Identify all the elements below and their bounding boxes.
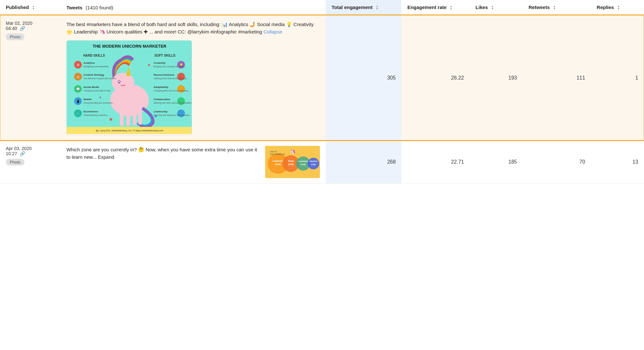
row1-retweets-value: 111 — [577, 75, 585, 80]
col-header-replies[interactable]: Replies — [591, 0, 644, 15]
svg-text:Adaptability: Adaptability — [154, 86, 168, 89]
retweets-header-label: Retweets — [529, 5, 550, 10]
svg-rect-14 — [120, 113, 124, 126]
row1-tweet-text: The best #marketers have a blend of both… — [66, 21, 320, 36]
row1-external-link-icon[interactable]: 🔗 — [20, 26, 25, 31]
row2-retweets-value: 70 — [580, 159, 585, 165]
row1-engagement-rate-value: 26.22 — [451, 75, 464, 80]
svg-text:Utilizing all the tools at her: Utilizing all the tools at her disposal.… — [154, 77, 188, 80]
row2-tweet-text: Which zone are you currently in? 🤔 Now, … — [66, 146, 260, 161]
total-engagement-sort-icon[interactable] — [376, 5, 379, 10]
row1-time-text: 04:40 — [6, 26, 17, 31]
row1-engagement-rate: 26.22 — [401, 15, 470, 140]
row1-replies-value: 1 — [635, 75, 638, 80]
row1-total-engagement: 305 — [326, 15, 401, 140]
svg-text:Mobile: Mobile — [83, 98, 92, 101]
svg-rect-15 — [126, 113, 130, 126]
row2-tweet-content: Which zone are you currently in? 🤔 Now, … — [66, 146, 320, 178]
row1-replies: 1 — [591, 15, 644, 140]
row2-likes: 185 — [470, 140, 523, 183]
svg-text:Analytics: Analytics — [83, 61, 95, 64]
col-header-likes[interactable]: Likes — [470, 0, 523, 15]
svg-text:Resourcefulness: Resourcefulness — [154, 73, 175, 76]
row2-photo-badge: Photo — [6, 159, 24, 166]
col-header-tweets[interactable]: Tweets (1410 found) — [61, 0, 326, 15]
row2-engagement-rate-value: 22.71 — [451, 159, 464, 165]
svg-text:Compiling social data to help.: Compiling social data to help... — [83, 90, 112, 92]
row2-time-text: 10:27 — [6, 151, 17, 156]
svg-text:ZONE: ZONE — [275, 163, 282, 166]
svg-text:GROWTH: GROWTH — [310, 160, 318, 162]
row2-replies-value: 13 — [632, 159, 638, 165]
col-header-published[interactable]: Published — [0, 0, 61, 15]
replies-header-label: Replies — [597, 5, 614, 10]
svg-text:ZONE: ZONE — [301, 164, 306, 166]
published-sort-icon[interactable] — [32, 5, 35, 10]
svg-text:COMFORT: COMFORT — [273, 160, 284, 162]
svg-text:★: ★ — [109, 117, 113, 122]
svg-text:ZONE: ZONE — [311, 164, 316, 166]
row2-published-cell: Apr 03, 2020 10:27 🔗 Photo — [0, 140, 61, 183]
row1-retweets: 111 — [523, 15, 591, 140]
tweets-count-label: (1410 found) — [86, 5, 113, 10]
row2-retweets: 70 — [523, 140, 591, 183]
svg-point-8 — [119, 81, 120, 82]
unicorn-infographic-svg: THE MODERN UNICORN MARKETER HARD SKILLS … — [67, 41, 192, 134]
row1-engagement-value: 305 — [387, 75, 396, 80]
svg-text:Social Media: Social Media — [83, 86, 99, 89]
svg-text:By: Larry Kim, MobileMonkey, I: By: Larry Kim, MobileMonkey, Inc. © http… — [96, 129, 163, 132]
row2-external-link-icon[interactable]: 🔗 — [20, 151, 25, 156]
col-header-total-engagement[interactable]: Total engagement — [326, 0, 401, 15]
row1-published-cell: Mar 02, 2020 04:40 🔗 Photo — [0, 15, 61, 140]
replies-sort-icon[interactable] — [617, 5, 620, 10]
svg-text:Lack of: Lack of — [270, 150, 277, 153]
row2-total-engagement: 268 — [326, 140, 401, 183]
retweets-sort-icon[interactable] — [553, 5, 556, 10]
table-row: Mar 02, 2020 04:40 🔗 Photo The best #mar… — [0, 15, 644, 140]
likes-header-label: Likes — [476, 5, 488, 10]
row1-likes: 193 — [470, 15, 523, 140]
svg-text:★: ★ — [147, 63, 151, 67]
svg-text:Ecommerce: Ecommerce — [83, 110, 98, 113]
row1-date-text: Mar 02, 2020 — [6, 21, 33, 26]
svg-text:SOFT SKILLS: SOFT SKILLS — [155, 54, 176, 57]
analytics-table-wrapper: Published Tweets (1410 found) Total enga… — [0, 0, 644, 184]
tweets-analytics-table: Published Tweets (1410 found) Total enga… — [0, 0, 644, 184]
tweets-header-label: Tweets — [66, 5, 82, 10]
svg-text:Leadership: Leadership — [154, 110, 168, 113]
svg-text:Comprehending the connection..: Comprehending the connection... — [83, 102, 114, 104]
row2-tweet-cell: Which zone are you currently in? 🤔 Now, … — [61, 140, 326, 183]
svg-rect-17 — [138, 113, 142, 125]
svg-text:★: ★ — [99, 96, 102, 99]
svg-text:🛒: 🛒 — [76, 111, 80, 116]
row2-thumbnail: COMFORT ZONE FEAR ZONE LEARNING ZONE — [265, 146, 320, 178]
svg-text:Content Strategy: Content Strategy — [83, 73, 104, 76]
table-header-row: Published Tweets (1410 found) Total enga… — [0, 0, 644, 15]
svg-text:self-confidence: self-confidence — [270, 153, 285, 155]
svg-text:◎: ◎ — [77, 75, 80, 79]
engagement-rate-sort-icon[interactable] — [450, 5, 452, 10]
svg-text:HARD SKILLS: HARD SKILLS — [83, 54, 105, 57]
col-header-retweets[interactable]: Retweets — [523, 0, 591, 15]
svg-text:The definition of goals with c: The definition of goals with content... — [83, 77, 118, 80]
svg-text:📱: 📱 — [76, 99, 80, 103]
svg-text:Collaboration: Collaboration — [154, 98, 170, 101]
row1-photo-badge: Photo — [6, 33, 24, 40]
row2-engagement-value: 268 — [387, 159, 396, 165]
col-header-engagement-rate[interactable]: Engagement rate — [401, 0, 470, 15]
row2-engagement-rate: 22.71 — [401, 140, 470, 183]
svg-text:LEARNING: LEARNING — [298, 160, 309, 162]
svg-text:Understanding customers...: Understanding customers... — [83, 114, 109, 117]
row1-pub-date: Mar 02, 2020 04:40 🔗 — [6, 21, 55, 31]
row1-collapse-link[interactable]: Collapse — [264, 29, 282, 34]
svg-text:Changing plans and accommodati: Changing plans and accommodating... — [154, 90, 189, 92]
row1-infographic: THE MODERN UNICORN MARKETER HARD SKILLS … — [66, 40, 192, 135]
svg-text:Creativity: Creativity — [154, 61, 166, 64]
row2-date-text: Apr 03, 2020 — [6, 146, 32, 151]
row2-replies: 13 — [591, 140, 644, 183]
row1-likes-value: 193 — [508, 75, 517, 80]
svg-text:Working with other teams and s: Working with other teams and specialists… — [154, 102, 192, 104]
likes-sort-icon[interactable] — [491, 5, 494, 10]
row2-expand-link[interactable]: Expand — [98, 154, 114, 160]
svg-point-6 — [112, 73, 134, 92]
